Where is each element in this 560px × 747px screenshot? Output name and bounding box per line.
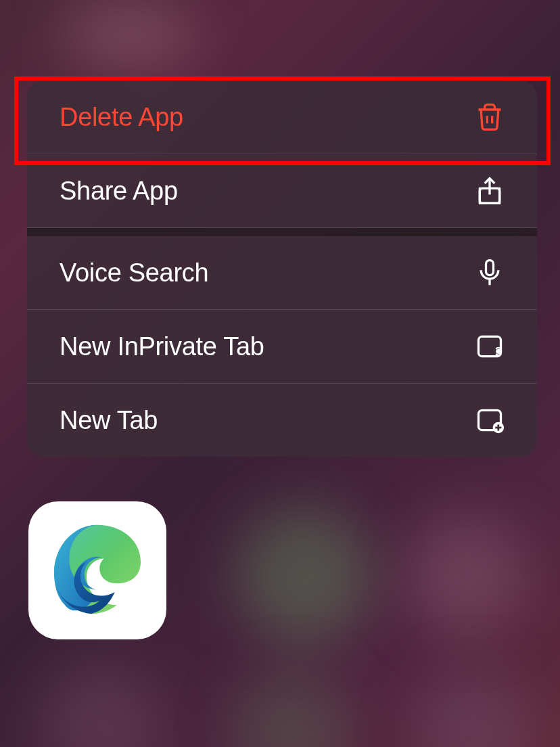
menu-item-voice-search[interactable]: Voice Search (27, 236, 537, 310)
menu-item-label: Share App (60, 177, 178, 206)
menu-item-label: Voice Search (60, 258, 208, 288)
menu-item-label: New InPrivate Tab (60, 332, 264, 361)
bg-blur-shape (237, 507, 372, 643)
bg-blur-shape (41, 663, 162, 747)
share-icon (475, 176, 505, 206)
app-context-menu: Delete App Share App Vo (27, 81, 537, 457)
bg-blur-shape (61, 0, 196, 68)
menu-item-new-inprivate-tab[interactable]: New InPrivate Tab (27, 310, 537, 384)
svg-point-6 (496, 349, 500, 354)
bg-blur-shape (406, 514, 528, 636)
svg-rect-3 (486, 261, 494, 275)
menu-item-new-tab[interactable]: New Tab (27, 384, 537, 457)
bg-blur-shape (413, 670, 534, 747)
menu-item-label: New Tab (60, 406, 158, 435)
bg-blur-shape (230, 670, 352, 747)
microphone-icon (475, 258, 505, 288)
menu-item-share-app[interactable]: Share App (27, 154, 537, 228)
menu-item-label: Delete App (60, 103, 183, 132)
trash-icon (475, 102, 505, 132)
private-tab-icon (475, 332, 505, 361)
new-tab-icon (475, 405, 505, 435)
menu-item-delete-app[interactable]: Delete App (27, 81, 537, 154)
menu-separator (27, 228, 537, 236)
app-icon-edge[interactable] (28, 501, 166, 639)
edge-logo-icon (43, 516, 151, 625)
